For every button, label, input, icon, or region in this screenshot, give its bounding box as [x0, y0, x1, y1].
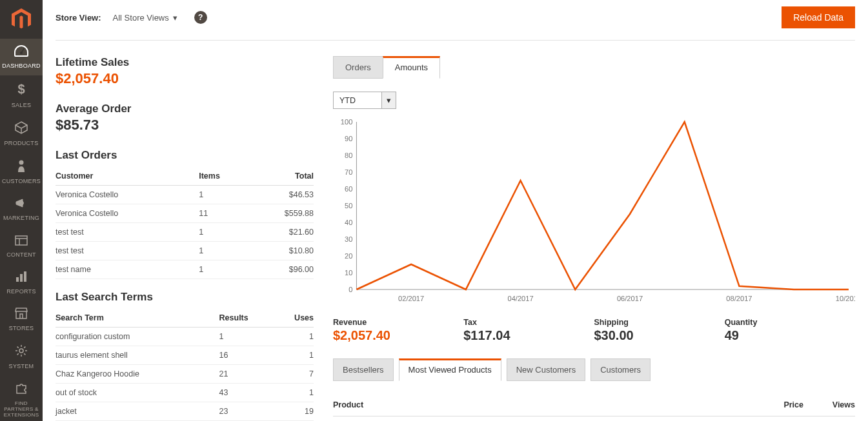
svg-text:02/2017: 02/2017	[398, 295, 424, 302]
svg-text:40: 40	[345, 219, 352, 226]
table-row[interactable]: taurus element shell161	[56, 346, 314, 365]
table-row[interactable]: configuration custom11	[56, 328, 314, 346]
table-row[interactable]: test test1$21.60	[56, 223, 314, 242]
nav-label: DASHBOARD	[2, 63, 41, 69]
svg-rect-4	[15, 236, 27, 245]
nav-stores[interactable]: STORES	[0, 301, 43, 338]
last-search-table: Search Term Results Uses configuration c…	[56, 309, 314, 421]
nav-system[interactable]: SYSTEM	[0, 338, 43, 376]
dollar-icon: $	[17, 82, 26, 99]
sidebar: DASHBOARD $ SALES PRODUCTS CUSTOMERS MAR…	[0, 0, 43, 421]
last-orders-table: Customer Items Total Veronica Costello1$…	[56, 167, 314, 279]
nav-label: SALES	[12, 102, 32, 108]
svg-text:04/2017: 04/2017	[507, 295, 533, 302]
dashboard-icon	[14, 45, 28, 60]
svg-text:70: 70	[345, 168, 352, 176]
megaphone-icon	[15, 197, 28, 212]
reload-data-button[interactable]: Reload Data	[782, 6, 855, 28]
table-row[interactable]: test name1$96.00	[56, 260, 314, 279]
table-row[interactable]: Chaz Kangeroo Hoodie217	[56, 365, 314, 384]
puzzle-icon	[15, 382, 28, 398]
stat-revenue: Revenue $2,057.40	[333, 318, 463, 343]
nav-label: MARKETING	[3, 215, 39, 221]
period-select[interactable]: YTD ▾	[333, 92, 396, 109]
nav-dashboard[interactable]: DASHBOARD	[0, 39, 43, 75]
svg-text:$: $	[17, 82, 25, 96]
last-search-title: Last Search Terms	[56, 291, 314, 304]
svg-text:50: 50	[345, 202, 352, 210]
chart: 010203040506070809010002/201704/201706/2…	[333, 118, 855, 305]
nav-sales[interactable]: $ SALES	[0, 75, 43, 115]
person-icon	[17, 159, 26, 175]
topbar: Store View: All Store Views ▾ ? Reload D…	[56, 0, 855, 41]
caret-down-icon: ▾	[381, 92, 396, 108]
most-viewed-table: Product Price Views Tshirt Bundle$0.0013	[333, 394, 855, 421]
nav-marketing[interactable]: MARKETING	[0, 191, 43, 228]
layout-icon	[15, 234, 28, 249]
stat-tax: Tax $117.04	[463, 318, 594, 343]
table-row[interactable]: Veronica Costello11$559.88	[56, 204, 314, 223]
table-row[interactable]: test test1$10.80	[56, 242, 314, 260]
nav-label: FIND PARTNERS & EXTENSIONS	[0, 401, 43, 418]
storefront-icon	[15, 308, 28, 322]
svg-text:30: 30	[345, 235, 352, 243]
chart-tabs: Orders Amounts	[333, 56, 855, 79]
nav-content[interactable]: CONTENT	[0, 228, 43, 264]
stat-shipping: Shipping $30.00	[594, 318, 725, 343]
chart-summary: Revenue $2,057.40 Tax $117.04 Shipping $…	[333, 318, 855, 343]
svg-text:80: 80	[345, 152, 352, 159]
nav-label: PRODUCTS	[5, 140, 39, 146]
svg-text:20: 20	[345, 252, 352, 260]
svg-text:90: 90	[345, 135, 352, 142]
nav-partners[interactable]: FIND PARTNERS & EXTENSIONS	[0, 376, 43, 421]
svg-text:10/2017: 10/2017	[836, 295, 855, 302]
cube-icon	[15, 121, 28, 137]
lifetime-sales: Lifetime Sales $2,057.40	[56, 56, 314, 87]
store-view-label: Store View:	[56, 13, 101, 23]
table-row[interactable]: Tshirt Bundle$0.0013	[333, 416, 855, 422]
svg-text:08/2017: 08/2017	[726, 295, 752, 302]
store-view-dropdown[interactable]: All Store Views ▾	[113, 13, 177, 23]
product-tabs: Bestsellers Most Viewed Products New Cus…	[333, 358, 855, 381]
nav-label: CONTENT	[6, 251, 36, 258]
help-icon[interactable]: ?	[194, 11, 207, 24]
nav-customers[interactable]: CUSTOMERS	[0, 153, 43, 191]
tab-most-viewed[interactable]: Most Viewed Products	[399, 358, 501, 381]
svg-text:0: 0	[348, 286, 352, 293]
tab-orders[interactable]: Orders	[333, 56, 383, 79]
nav-products[interactable]: PRODUCTS	[0, 115, 43, 153]
stat-quantity: Quantity 49	[725, 318, 855, 343]
svg-text:60: 60	[345, 185, 352, 193]
table-row[interactable]: out of stock431	[56, 384, 314, 402]
nav-label: SYSTEM	[9, 363, 34, 369]
tab-amounts[interactable]: Amounts	[383, 56, 440, 79]
last-orders-title: Last Orders	[56, 149, 314, 162]
nav-label: CUSTOMERS	[2, 178, 41, 184]
nav-label: STORES	[9, 325, 34, 331]
average-order: Average Order $85.73	[56, 103, 314, 133]
svg-rect-1	[21, 48, 24, 54]
svg-point-3	[19, 161, 24, 165]
svg-point-10	[19, 349, 23, 353]
nav-reports[interactable]: REPORTS	[0, 264, 43, 301]
nav-label: REPORTS	[6, 288, 35, 295]
magento-logo[interactable]	[0, 0, 43, 39]
svg-rect-7	[16, 277, 19, 282]
gear-icon	[15, 344, 28, 360]
svg-text:06/2017: 06/2017	[617, 295, 643, 302]
tab-new-customers[interactable]: New Customers	[507, 358, 585, 381]
caret-down-icon: ▾	[173, 13, 177, 23]
svg-rect-9	[24, 271, 26, 282]
svg-text:10: 10	[345, 269, 352, 277]
svg-text:100: 100	[341, 118, 353, 126]
table-row[interactable]: Veronica Costello1$46.53	[56, 186, 314, 204]
table-row[interactable]: jacket2319	[56, 402, 314, 421]
tab-bestsellers[interactable]: Bestsellers	[333, 358, 394, 381]
tab-customers[interactable]: Customers	[590, 358, 651, 381]
svg-rect-8	[20, 274, 23, 282]
bars-icon	[15, 271, 27, 286]
